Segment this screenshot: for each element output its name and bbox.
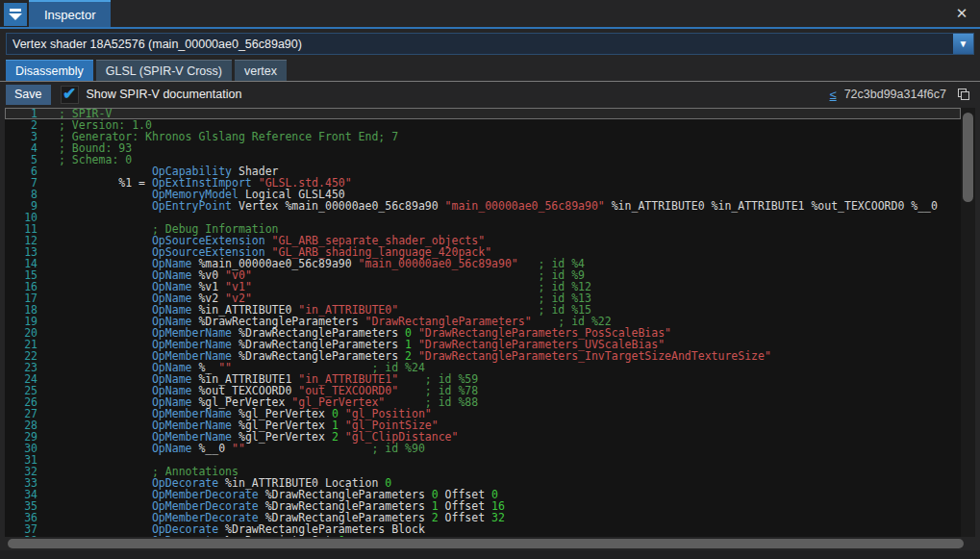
close-glyph: ✕ <box>956 5 968 22</box>
tab-glsl-spirv-cross[interactable]: GLSL (SPIR-V Cross) <box>96 60 232 81</box>
tab-vertex-label: vertex <box>244 64 277 78</box>
line-number: 6 <box>5 165 47 177</box>
code-text <box>47 212 59 223</box>
code-line[interactable]: 9 OpEntryPoint Vertex %main_00000ae0_56c… <box>5 200 961 212</box>
code-text: OpEntryPoint Vertex %main_00000ae0_56c89… <box>47 200 938 212</box>
tab-glsl-label: GLSL (SPIR-V Cross) <box>106 64 222 78</box>
copy-icon[interactable] <box>958 89 970 101</box>
shader-selector-value: Vertex shader 18A52576 (main_00000ae0_56… <box>7 38 953 51</box>
code-text <box>47 454 59 466</box>
hash-link-icon: ≤ <box>830 88 837 102</box>
dropdown-arrow-button[interactable]: ▼ <box>953 34 973 54</box>
line-number: 1 <box>5 108 47 119</box>
vertical-scrollbar-thumb[interactable] <box>963 113 973 202</box>
window-menu-icon[interactable] <box>4 3 27 26</box>
title-bar: Inspector ✕ <box>0 0 980 29</box>
line-number: 4 <box>5 142 47 154</box>
code-text: OpName %__0 "" ; id %90 <box>47 443 425 454</box>
editor-toolbar: Save ✔ Show SPIR-V documentation ≤ 72c3b… <box>0 82 980 107</box>
shader-selector-dropdown[interactable]: Vertex shader 18A52576 (main_00000ae0_56… <box>6 33 974 55</box>
tab-disassembly[interactable]: Disassembly <box>6 60 93 81</box>
tab-inspector[interactable]: Inspector <box>29 0 111 27</box>
code-area[interactable]: 1; SPIR-V2; Version: 1.03; Generator: Kh… <box>5 108 961 537</box>
close-icon[interactable]: ✕ <box>947 0 976 27</box>
shader-selector-row: Vertex shader 18A52576 (main_00000ae0_56… <box>0 29 980 58</box>
inspector-window: Inspector ✕ Vertex shader 18A52576 (main… <box>0 0 980 559</box>
window-bottom-edge <box>0 550 980 559</box>
line-number: 5 <box>5 154 47 165</box>
line-number: 7 <box>5 177 47 189</box>
copy-icon-front <box>961 91 969 100</box>
disassembly-editor[interactable]: 1; SPIR-V2; Version: 1.03; Generator: Kh… <box>5 108 975 537</box>
shader-hash-value: 72c3bd99a314f6c7 <box>844 88 946 101</box>
horizontal-scrollbar-thumb[interactable] <box>8 539 964 548</box>
menu-triangle-glyph <box>9 13 22 20</box>
code-line[interactable]: 3; Generator: Khronos Glslang Reference … <box>5 131 961 142</box>
inspector-tab-label: Inspector <box>44 8 95 22</box>
vertical-scrollbar[interactable] <box>961 108 975 537</box>
code-line[interactable]: 4; Bound: 93 <box>5 142 961 154</box>
save-button[interactable]: Save <box>6 85 51 105</box>
titlebar-spacer <box>111 0 947 27</box>
code-line[interactable]: 30 OpName %__0 "" ; id %90 <box>5 443 961 454</box>
horizontal-scrollbar[interactable] <box>5 537 975 550</box>
menu-bar-glyph <box>10 9 21 12</box>
checkmark-icon: ✔ <box>63 86 76 102</box>
line-number: 3 <box>5 131 47 142</box>
line-number: 2 <box>5 119 47 131</box>
tab-vertex[interactable]: vertex <box>235 60 287 81</box>
line-number: 8 <box>5 189 47 200</box>
document-tabs: Disassembly GLSL (SPIR-V Cross) vertex <box>0 58 980 82</box>
chevron-down-icon: ▼ <box>959 38 968 49</box>
tab-disassembly-label: Disassembly <box>15 64 84 78</box>
show-spirv-doc-label: Show SPIR-V documentation <box>87 88 242 101</box>
save-button-label: Save <box>14 88 42 101</box>
show-spirv-doc-checkbox[interactable]: ✔ <box>61 86 79 104</box>
